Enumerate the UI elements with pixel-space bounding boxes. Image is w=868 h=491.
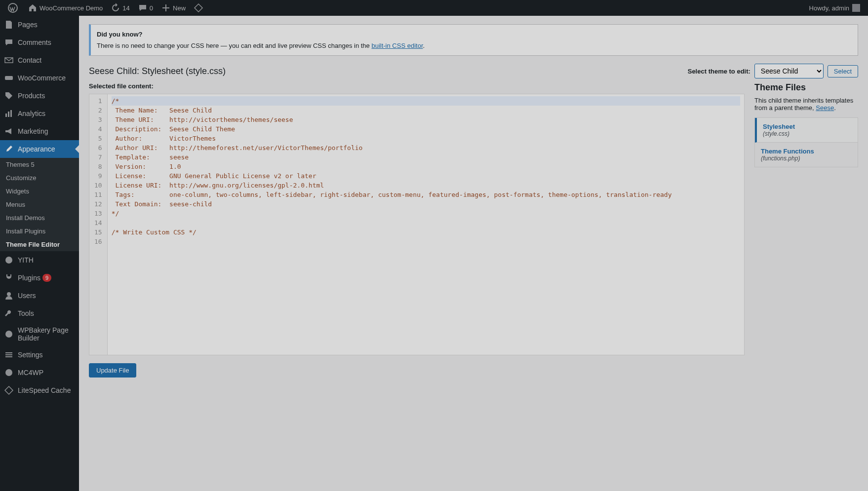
file-filename: (functions.php) (761, 155, 852, 162)
menu-litespeed[interactable]: LiteSpeed Cache (0, 381, 79, 399)
brush-icon (4, 144, 14, 154)
submenu-menus[interactable]: Menus (0, 198, 79, 211)
parent-theme-link[interactable]: Seese (816, 104, 834, 112)
wordpress-icon (8, 3, 18, 13)
avatar (852, 4, 860, 12)
css-editor-link[interactable]: built-in CSS editor (371, 42, 423, 49)
code-line: Template: seese (112, 152, 740, 162)
pages-icon (4, 20, 14, 30)
menu-label: Plugins (18, 274, 40, 282)
menu-woocommerce[interactable]: WooCommerce (0, 69, 79, 87)
menu-appearance[interactable]: Appearance (0, 140, 79, 158)
code-area[interactable]: /* Theme Name: Seese Child Theme URI: ht… (108, 94, 744, 355)
code-line: License URI: http://www.gnu.org/licenses… (112, 181, 740, 190)
submenu-label: Theme File Editor (6, 241, 60, 248)
submenu-widgets[interactable]: Widgets (0, 185, 79, 198)
menu-tools[interactable]: Tools (0, 304, 79, 322)
submenu-customize[interactable]: Customize (0, 171, 79, 185)
code-line (112, 218, 740, 227)
menu-mc4wp[interactable]: MC4WP (0, 364, 79, 381)
svg-point-8 (5, 331, 12, 338)
code-line: Tags: one-column, two-columns, left-side… (112, 190, 740, 199)
admin-toolbar: WooCommerce Demo 14 0 New Howdy, admin (0, 0, 868, 16)
site-name: WooCommerce Demo (39, 4, 103, 12)
menu-contact[interactable]: Contact (0, 51, 79, 69)
menu-products[interactable]: Products (0, 87, 79, 105)
mail-icon (4, 55, 14, 65)
appearance-submenu: Themes 5 Customize Widgets Menus Install… (0, 158, 79, 251)
menu-label: Settings (18, 351, 43, 359)
plugins-badge: 9 (42, 274, 51, 282)
menu-analytics[interactable]: Analytics (0, 105, 79, 122)
submenu-label: Install Plugins (6, 227, 45, 235)
litespeed-icon (4, 385, 14, 395)
select-button[interactable]: Select (828, 65, 858, 77)
menu-wpbakery[interactable]: WPBakery Page Builder (0, 322, 79, 346)
selected-file-label: Selected file content: (89, 82, 745, 90)
menu-marketing[interactable]: Marketing (0, 122, 79, 140)
code-line: Author URI: http://themeforest.net/user/… (112, 143, 740, 152)
comments-link[interactable]: 0 (134, 0, 157, 16)
menu-label: Marketing (18, 127, 48, 135)
yith-icon (4, 255, 14, 265)
submenu-install-demos[interactable]: Install Demos (0, 211, 79, 225)
themes-badge: 5 (31, 161, 35, 168)
theme-files-desc: This child theme inherits templates from… (754, 97, 858, 112)
update-file-button[interactable]: Update File (89, 363, 136, 378)
svg-rect-9 (5, 352, 12, 353)
code-line: Theme URI: http://victorthemes/themes/se… (112, 115, 740, 124)
menu-label: Users (18, 292, 36, 300)
code-line (112, 237, 740, 246)
submenu-install-plugins[interactable]: Install Plugins (0, 225, 79, 238)
new-content[interactable]: New (157, 0, 190, 16)
submenu-label: Customize (6, 174, 36, 182)
file-heading: Seese Child: Stylesheet (style.css) (89, 66, 226, 76)
litespeed-toolbar[interactable] (190, 0, 209, 16)
plug-icon (4, 273, 14, 283)
updates-count: 14 (122, 4, 129, 12)
theme-file-item[interactable]: Stylesheet(style.css) (755, 118, 858, 143)
code-editor[interactable]: 12345678910111213141516 /* Theme Name: S… (89, 94, 745, 355)
menu-settings[interactable]: Settings (0, 346, 79, 364)
theme-select[interactable]: Seese Child (754, 64, 824, 78)
svg-point-12 (5, 369, 12, 376)
svg-point-6 (5, 257, 12, 264)
submenu-theme-file-editor[interactable]: Theme File Editor (0, 238, 79, 251)
info-notice: Did you know? There is no need to change… (89, 24, 858, 56)
admin-menu: Pages Comments Contact WooCommerce Produ… (0, 16, 79, 491)
products-icon (4, 91, 14, 101)
code-line: Version: 1.0 (112, 162, 740, 171)
svg-rect-3 (5, 113, 7, 117)
wpbakery-icon (4, 329, 14, 339)
submenu-themes[interactable]: Themes 5 (0, 158, 79, 171)
desc-text: This child theme inherits templates from… (754, 97, 853, 112)
svg-rect-4 (8, 112, 9, 117)
menu-users[interactable]: Users (0, 287, 79, 304)
updates-link[interactable]: 14 (107, 0, 133, 16)
notice-heading: Did you know? (97, 31, 142, 38)
theme-file-item[interactable]: Theme Functions(functions.php) (755, 143, 858, 167)
menu-label: Appearance (18, 145, 55, 153)
menu-yith[interactable]: YITH (0, 251, 79, 269)
svg-rect-5 (10, 110, 12, 117)
menu-label: Analytics (18, 110, 45, 117)
code-line: /* (112, 96, 740, 106)
analytics-icon (4, 109, 14, 118)
wrench-icon (4, 308, 14, 318)
new-label: New (173, 4, 186, 12)
account-link[interactable]: Howdy, admin (805, 4, 864, 12)
file-name: Theme Functions (761, 148, 852, 155)
submenu-label: Widgets (6, 188, 29, 195)
woo-icon (4, 73, 14, 83)
mailchimp-icon (4, 368, 14, 378)
code-line: Theme Name: Seese Child (112, 106, 740, 115)
menu-pages[interactable]: Pages (0, 16, 79, 34)
file-list: Stylesheet(style.css)Theme Functions(fun… (754, 117, 858, 167)
user-icon (4, 291, 14, 301)
menu-comments[interactable]: Comments (0, 34, 79, 51)
file-name: Stylesheet (763, 123, 852, 130)
menu-plugins[interactable]: Plugins 9 (0, 269, 79, 287)
site-link[interactable]: WooCommerce Demo (24, 0, 107, 16)
megaphone-icon (4, 126, 14, 136)
wp-logo[interactable] (4, 0, 24, 16)
